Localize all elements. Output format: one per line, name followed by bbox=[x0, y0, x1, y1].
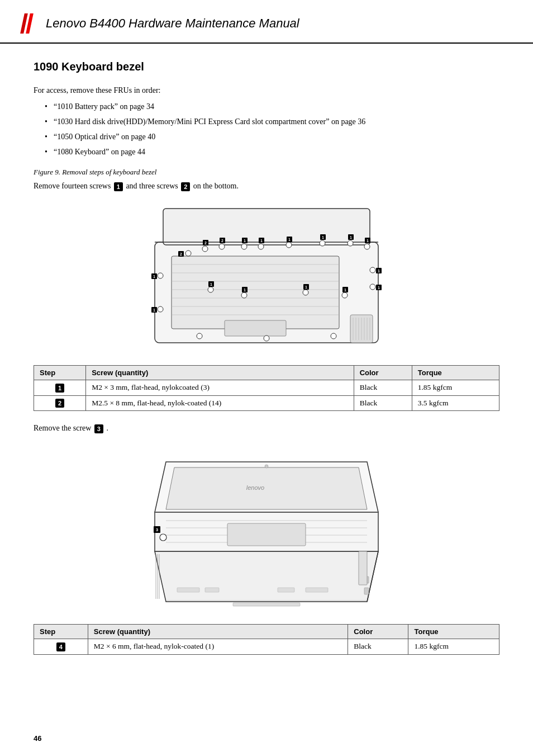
svg-rect-1 bbox=[163, 209, 370, 245]
svg-rect-95 bbox=[177, 588, 199, 592]
svg-rect-97 bbox=[278, 588, 294, 592]
torque-1: 1.85 kgfcm bbox=[412, 380, 499, 396]
svg-rect-83 bbox=[227, 523, 306, 546]
svg-text:1: 1 bbox=[153, 275, 155, 278]
table-row: 4 M2 × 6 mm, flat-head, nylok-coated (1)… bbox=[34, 639, 499, 655]
step-badge-cell-2: 2 bbox=[34, 395, 86, 411]
svg-text:1: 1 bbox=[367, 239, 369, 243]
svg-text:1: 1 bbox=[305, 285, 307, 289]
table-row: 1 M2 × 3 mm, flat-head, nylokcoated (3) … bbox=[34, 380, 499, 396]
svg-point-39 bbox=[208, 287, 213, 292]
svg-text:1: 1 bbox=[210, 282, 212, 286]
col-screw: Screw (quantity) bbox=[86, 366, 354, 380]
svg-text:1: 1 bbox=[322, 235, 324, 239]
laptop-perspective-diagram: lenovo 3 bbox=[138, 440, 395, 613]
remove-screw-line: Remove the screw 3 . bbox=[34, 422, 499, 434]
svg-text:3: 3 bbox=[156, 527, 159, 532]
svg-point-57 bbox=[185, 251, 191, 256]
page-number: 46 bbox=[34, 734, 41, 743]
col-color: Color bbox=[354, 366, 412, 380]
section-heading: 1090 Keyboard bezel bbox=[34, 60, 499, 73]
svg-text:1: 1 bbox=[260, 239, 263, 243]
svg-rect-94 bbox=[359, 551, 367, 585]
fru-item-3: “1050 Optical drive” on page 40 bbox=[45, 131, 499, 143]
step-badge-cell-4: 4 bbox=[34, 639, 88, 655]
table-row: 2 M2.5 × 8 mm, flat-head, nylok-coated (… bbox=[34, 395, 499, 411]
svg-text:1: 1 bbox=[288, 238, 291, 242]
color-1: Black bbox=[354, 380, 412, 396]
svg-point-33 bbox=[370, 267, 375, 273]
badge-1: 1 bbox=[114, 182, 123, 191]
color-2: Black bbox=[354, 395, 412, 411]
torque-4: 1.85 kgfcm bbox=[408, 639, 499, 655]
col-torque: Torque bbox=[412, 366, 499, 380]
svg-point-85 bbox=[265, 465, 268, 468]
svg-text:1: 1 bbox=[378, 286, 380, 290]
svg-text:1: 1 bbox=[344, 288, 346, 292]
logo bbox=[22, 13, 37, 34]
figure-description: Remove fourteen screws 1 and three screw… bbox=[34, 180, 499, 192]
screw-desc-1: M2 × 3 mm, flat-head, nylokcoated (3) bbox=[86, 380, 354, 396]
logo-lines bbox=[22, 13, 31, 34]
laptop-top-diagram: 1 1 1 1 1 1 1 1 1 bbox=[132, 197, 401, 354]
fru-list: “1010 Battery pack” on page 34 “1030 Har… bbox=[45, 101, 499, 158]
svg-text:lenovo: lenovo bbox=[246, 484, 264, 491]
fru-item-2: “1030 Hard disk drive(HDD)/Memory/Mini P… bbox=[45, 116, 499, 127]
svg-point-51 bbox=[219, 244, 225, 249]
screw-desc-2: M2.5 × 8 mm, flat-head, nylok-coated (14… bbox=[86, 395, 354, 411]
svg-point-12 bbox=[241, 244, 247, 249]
svg-point-18 bbox=[286, 242, 292, 248]
svg-point-60 bbox=[158, 306, 163, 312]
svg-point-63 bbox=[197, 333, 202, 339]
svg-text:1: 1 bbox=[244, 239, 246, 243]
badge-2: 2 bbox=[181, 182, 190, 191]
svg-text:1: 1 bbox=[378, 269, 380, 273]
svg-point-87 bbox=[160, 534, 166, 541]
svg-text:1: 1 bbox=[153, 308, 155, 312]
svg-marker-77 bbox=[166, 467, 367, 509]
svg-point-45 bbox=[303, 290, 308, 295]
svg-point-42 bbox=[241, 292, 247, 298]
step-4-badge: 4 bbox=[56, 642, 65, 651]
col-screw-t2: Screw (quantity) bbox=[88, 625, 348, 639]
svg-marker-74 bbox=[155, 551, 378, 602]
figure-1-container: 1 1 1 1 1 1 1 1 1 bbox=[34, 197, 499, 354]
svg-point-24 bbox=[348, 240, 353, 246]
svg-point-36 bbox=[370, 284, 375, 290]
page-header: Lenovo B4400 Hardware Maintenance Manual bbox=[0, 0, 533, 44]
svg-point-65 bbox=[331, 333, 336, 339]
badge-3: 3 bbox=[94, 424, 103, 433]
svg-point-27 bbox=[364, 244, 370, 249]
step-2-badge: 2 bbox=[55, 399, 64, 408]
fru-item-1: “1010 Battery pack” on page 34 bbox=[45, 101, 499, 112]
svg-point-54 bbox=[202, 246, 208, 252]
intro-text: For access, remove these FRUs in order: bbox=[34, 84, 499, 96]
svg-rect-96 bbox=[205, 588, 219, 592]
screw-table-1: Step Screw (quantity) Color Torque 1 M2 … bbox=[34, 365, 499, 411]
svg-rect-3 bbox=[172, 256, 339, 329]
step-badge-cell: 1 bbox=[34, 380, 86, 396]
svg-rect-98 bbox=[306, 588, 328, 592]
manual-title: Lenovo B4400 Hardware Maintenance Manual bbox=[46, 16, 299, 31]
svg-text:1: 1 bbox=[350, 235, 352, 239]
step-1-badge: 1 bbox=[55, 384, 64, 393]
color-4: Black bbox=[348, 639, 408, 655]
figure-caption: Figure 9. Removal steps of keyboard beze… bbox=[34, 168, 499, 177]
svg-point-48 bbox=[342, 292, 348, 298]
svg-point-15 bbox=[258, 244, 264, 249]
col-color-t2: Color bbox=[348, 625, 408, 639]
col-step-t2: Step bbox=[34, 625, 88, 639]
svg-rect-91 bbox=[364, 588, 369, 594]
svg-text:1: 1 bbox=[244, 288, 246, 292]
svg-text:2: 2 bbox=[221, 239, 223, 243]
svg-text:2: 2 bbox=[204, 241, 207, 245]
svg-point-21 bbox=[320, 240, 325, 246]
screw-table-2: Step Screw (quantity) Color Torque 4 M2 … bbox=[34, 624, 499, 655]
svg-point-64 bbox=[264, 336, 269, 341]
screw-desc-4: M2 × 6 mm, flat-head, nylok-coated (1) bbox=[88, 639, 348, 655]
svg-text:2: 2 bbox=[180, 252, 182, 256]
main-content: 1090 Keyboard bezel For access, remove t… bbox=[0, 44, 533, 688]
figure-2-container: lenovo 3 bbox=[34, 440, 499, 613]
svg-rect-11 bbox=[225, 320, 286, 336]
svg-rect-93 bbox=[233, 603, 300, 606]
